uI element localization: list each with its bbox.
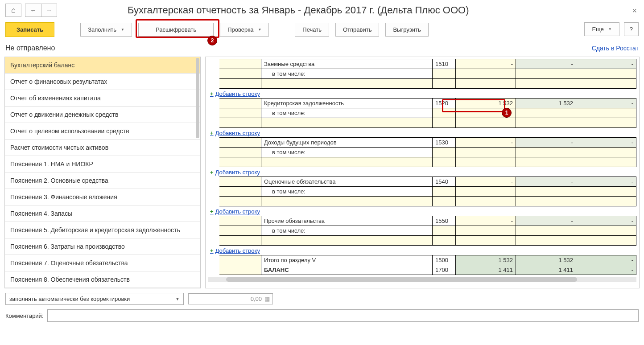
page-title: Бухгалтерская отчетность за Январь - Дек… [128,4,469,16]
sidebar-item[interactable]: Пояснения 5. Дебиторская и кредиторская … [5,222,200,238]
sidebar-item[interactable]: Пояснения 1. НМА и НИОКР [5,156,200,172]
forward-button [41,4,57,17]
row-name: Кредиторская задолженность [261,99,432,108]
row-name: Заемные средства [261,59,432,69]
sidebar-item[interactable]: Отчет о движении денежных средств [5,107,200,123]
row-name: Доходы будущих периодов [261,138,432,148]
sidebar-item[interactable]: Отчет о финансовых результатах [5,74,200,90]
add-row-link[interactable]: +Добавить строку [208,167,636,177]
arrow-right-icon [46,7,52,14]
sidebar-scrollbar[interactable] [196,58,199,138]
row-code: 1530 [433,138,456,148]
plus-icon: + [210,169,214,176]
comment-input[interactable] [47,309,639,322]
sidebar-item[interactable]: Расчет стоимости чистых активов [5,140,200,156]
cell[interactable]: - [455,138,516,148]
plus-icon: + [210,208,214,215]
cell[interactable]: - [576,99,636,108]
plus-icon: + [210,247,214,254]
cell[interactable]: - [455,59,516,69]
cell[interactable]: - [516,138,576,148]
send-button[interactable]: Отправить [335,23,379,37]
cell[interactable]: - [516,59,576,69]
export-button[interactable]: Выгрузить [385,23,428,37]
chevron-down-icon: ▼ [175,296,180,301]
plus-icon: + [210,90,214,97]
help-button[interactable]: ? [624,22,639,36]
check-button[interactable]: Проверка [220,23,269,37]
sidebar-item[interactable]: Пояснения 6. Затраты на производство [5,238,200,255]
back-button[interactable] [25,4,41,17]
comment-label: Комментарий: [5,312,44,319]
home-button[interactable] [5,4,21,17]
sidebar-item[interactable]: Отчет о целевом использовании средств [5,123,200,140]
fill-button[interactable]: Заполнить [80,23,132,37]
home-icon [11,6,16,14]
print-button[interactable]: Печать [295,23,329,37]
add-row-link[interactable]: +Добавить строку [208,128,636,137]
sidebar-item[interactable]: Пояснения 3. Финансовые вложения [5,189,200,205]
add-row-link[interactable]: +Добавить строку [208,246,636,255]
sidebar-item[interactable]: Пояснения 4. Запасы [5,205,200,222]
more-button[interactable]: Еще [584,22,619,36]
cell[interactable]: - [576,138,636,148]
cell[interactable]: 1 532 [516,99,576,108]
sidebar-item[interactable]: Отчет об изменениях капитала [5,90,200,107]
plus-icon: + [210,130,214,136]
report-sections-sidebar: Бухгалтерский баланс Отчет о финансовых … [4,57,201,288]
horizontal-scrollbar[interactable] [208,277,636,282]
status-text: Не отправлено [5,44,55,52]
add-row-link[interactable]: +Добавить строку [208,89,636,98]
arrow-left-icon [30,7,37,14]
row-including: в том числе: [261,69,432,79]
add-row-link[interactable]: +Добавить строку [208,206,636,216]
row-code: 1510 [433,59,456,69]
sidebar-item[interactable]: Бухгалтерский баланс [5,57,200,74]
fill-mode-select[interactable]: заполнять автоматически без корректировк… [5,293,184,305]
sidebar-item[interactable]: Пояснения 2. Основные средства [5,172,200,189]
callout-decode [136,19,219,38]
save-button[interactable]: Записать [5,22,54,37]
sidebar-item[interactable]: Пояснения 7. Оценочные обязательства [5,255,200,271]
close-button[interactable]: × [632,6,637,16]
value-input[interactable]: 0,00 ▦ [188,293,273,304]
callout-cell [442,99,505,112]
calculator-icon: ▦ [264,296,270,302]
rosstat-link[interactable]: Сдать в Росстат [592,45,639,52]
row-including: в том числе: [261,108,432,118]
callout-badge-1: 1 [502,108,512,118]
report-grid: Заемные средства 1510 - - - в том числе: [205,57,640,288]
cell[interactable]: - [576,59,636,69]
sidebar-item[interactable]: Пояснения 8. Обеспечения обязательств [5,271,200,288]
